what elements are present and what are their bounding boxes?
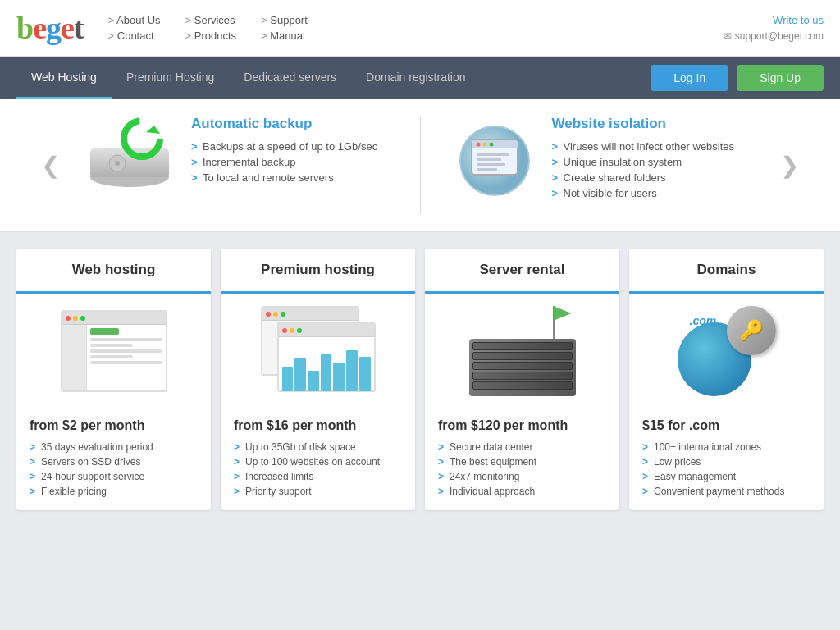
com-badge: .com xyxy=(690,314,717,327)
nav-about[interactable]: About Us xyxy=(108,14,161,26)
prev-arrow[interactable]: ❮ xyxy=(33,152,68,179)
write-link[interactable]: Write to us xyxy=(724,14,824,26)
isolation-icon xyxy=(454,116,536,198)
feature-item: Create shared folders xyxy=(552,171,735,184)
top-header: beget About Us Contact Services Products… xyxy=(0,0,840,57)
premium-mockup xyxy=(261,306,376,396)
feature-item: Priority support xyxy=(234,486,402,497)
svg-point-6 xyxy=(115,161,120,166)
feature-item: Easy management xyxy=(642,471,810,482)
main-nav-tabs: Web Hosting Premium Hosting Dedicated se… xyxy=(16,57,651,99)
feature-item: 24-hour support service xyxy=(30,471,198,482)
feature-item: 24x7 monitoring xyxy=(438,471,606,482)
svg-rect-14 xyxy=(477,158,501,161)
product-header-server-rental: Server rental xyxy=(425,249,619,294)
auth-buttons: Log In Sign Up xyxy=(651,57,824,99)
feature-item: 35 days evaluation period xyxy=(30,441,198,453)
product-image-server-rental xyxy=(425,294,619,409)
svg-rect-15 xyxy=(477,163,505,166)
product-body-web-hosting: from $2 per month 35 days evaluation per… xyxy=(16,409,211,510)
product-price-domains: $15 for .com xyxy=(642,418,810,433)
nav-bar: Web Hosting Premium Hosting Dedicated se… xyxy=(0,57,840,99)
feature-item: Unique insulation system xyxy=(552,156,735,168)
product-features-premium-hosting: Up to 35Gb of disk space Up to 100 websi… xyxy=(234,441,402,497)
tab-web-hosting[interactable]: Web Hosting xyxy=(16,57,112,99)
product-title-web-hosting: Web hosting xyxy=(30,262,198,278)
product-title-domains: Domains xyxy=(642,262,810,278)
product-title-server-rental: Server rental xyxy=(438,262,606,278)
slider-section: ❮ xyxy=(0,99,840,232)
logo: beget xyxy=(16,10,84,46)
feature-item: Increased limits xyxy=(234,471,402,482)
slider-title-isolation: Website isolation xyxy=(552,116,735,132)
nav-col-2: Services Products xyxy=(185,14,237,42)
feature-item: Up to 100 websites on account xyxy=(234,456,402,468)
login-button[interactable]: Log In xyxy=(651,65,728,91)
nav-products[interactable]: Products xyxy=(185,30,237,42)
tab-premium-hosting[interactable]: Premium Hosting xyxy=(112,57,229,99)
nav-manual[interactable]: Manual xyxy=(261,30,308,42)
product-domains: Domains 🔑 .com $15 for .com 100+ interna… xyxy=(629,249,824,510)
product-price-server-rental: from $120 per month xyxy=(438,418,606,433)
svg-point-11 xyxy=(482,143,486,147)
feature-item: Servers on SSD drives xyxy=(30,456,198,468)
product-body-premium-hosting: from $16 per month Up to 35Gb of disk sp… xyxy=(221,409,415,510)
feature-item: 100+ international zones xyxy=(642,441,810,453)
feature-item: Flexible pricing xyxy=(30,486,198,497)
slider-item-backup: Automatic backup Backups at a speed of u… xyxy=(84,116,387,214)
slider-item-isolation: Website isolation Viruses will not infec… xyxy=(454,116,756,214)
nav-services[interactable]: Services xyxy=(185,14,237,26)
feature-item: Convenient payment methods xyxy=(642,486,810,497)
top-nav: About Us Contact Services Products Suppo… xyxy=(108,14,724,42)
product-server-rental: Server rental from $120 per month Secure… xyxy=(425,249,619,510)
svg-marker-4 xyxy=(146,126,160,134)
product-premium-hosting: Premium hosting xyxy=(221,249,415,510)
product-features-web-hosting: 35 days evaluation period Servers on SSD… xyxy=(30,441,198,497)
feature-item: Viruses will not infect other websites xyxy=(552,140,735,153)
tab-domain-registration[interactable]: Domain registration xyxy=(351,57,480,99)
slider-text-backup: Automatic backup Backups at a speed of u… xyxy=(191,116,377,187)
nav-col-1: About Us Contact xyxy=(108,14,161,42)
nav-col-3: Support Manual xyxy=(261,14,308,42)
feature-item: To local and remote servers xyxy=(191,171,377,184)
svg-rect-13 xyxy=(477,153,509,156)
products-section: Web hosting xyxy=(0,232,840,527)
domains-icon-mockup: 🔑 .com xyxy=(678,306,776,396)
feature-item: Up to 35Gb of disk space xyxy=(234,441,402,453)
keys-icon: 🔑 xyxy=(727,306,776,355)
slider-text-isolation: Website isolation Viruses will not infec… xyxy=(552,116,735,203)
svg-point-12 xyxy=(489,143,493,147)
pm-browser2 xyxy=(277,322,376,392)
product-image-web-hosting xyxy=(16,294,211,409)
product-header-domains: Domains xyxy=(629,249,824,294)
slider-divider xyxy=(420,116,421,214)
product-features-server-rental: Secure data center The best equipment 24… xyxy=(438,441,606,497)
product-price-web-hosting: from $2 per month xyxy=(30,418,198,433)
product-body-server-rental: from $120 per month Secure data center T… xyxy=(425,409,619,510)
product-image-domains: 🔑 .com xyxy=(629,294,824,409)
product-features-domains: 100+ international zones Low prices Easy… xyxy=(642,441,810,497)
signup-button[interactable]: Sign Up xyxy=(737,65,824,91)
slider-features-isolation: Viruses will not infect other websites U… xyxy=(552,140,735,199)
slider-features-backup: Backups at a speed of up to 1Gb/sec Incr… xyxy=(191,140,377,184)
server-rack-mockup xyxy=(469,306,576,396)
slider-title-backup: Automatic backup xyxy=(191,116,377,132)
feature-item: Individual approach xyxy=(438,486,606,497)
product-web-hosting: Web hosting xyxy=(16,249,211,510)
feature-item: Low prices xyxy=(642,456,810,468)
tab-dedicated-servers[interactable]: Dedicated servers xyxy=(229,57,351,99)
product-title-premium-hosting: Premium hosting xyxy=(234,262,402,278)
product-header-premium-hosting: Premium hosting xyxy=(221,249,415,294)
product-image-premium-hosting xyxy=(221,294,415,409)
slider-content: Automatic backup Backups at a speed of u… xyxy=(84,116,756,214)
top-right-contact: Write to us support@beget.com xyxy=(724,14,824,42)
nav-support[interactable]: Support xyxy=(261,14,308,26)
nav-contact[interactable]: Contact xyxy=(108,30,161,42)
feature-item: Not visible for users xyxy=(552,187,735,199)
product-price-premium-hosting: from $16 per month xyxy=(234,418,402,433)
backup-icon xyxy=(84,116,175,198)
product-header-web-hosting: Web hosting xyxy=(16,249,211,294)
feature-item: Secure data center xyxy=(438,441,606,453)
svg-point-10 xyxy=(476,143,480,147)
next-arrow[interactable]: ❯ xyxy=(772,152,807,179)
